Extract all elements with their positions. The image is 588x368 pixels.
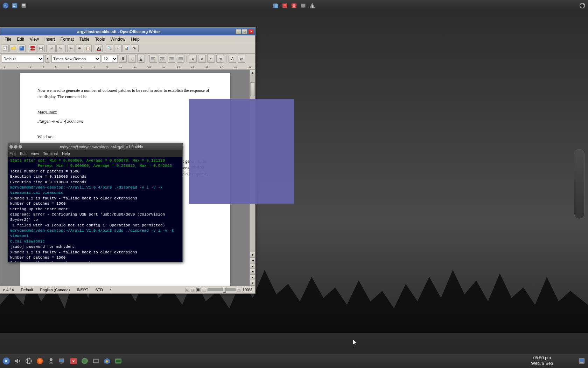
term-menu-file[interactable]: File — [9, 151, 16, 156]
copy-btn[interactable]: ⊕ — [76, 45, 83, 52]
terminal-maximize-btn[interactable] — [14, 145, 18, 149]
app-tray-8[interactable] — [113, 356, 123, 366]
maximize-button[interactable]: □ — [242, 29, 247, 34]
minimize-button[interactable]: _ — [236, 29, 241, 34]
kmenu-start-btn[interactable]: K — [1, 356, 11, 366]
close-button[interactable]: ✕ — [248, 29, 254, 34]
zoom-btn[interactable]: 🔍 — [106, 45, 113, 52]
underline-btn[interactable]: U — [137, 55, 145, 63]
align-right-btn[interactable] — [168, 55, 175, 63]
app-tray-3[interactable] — [57, 356, 67, 366]
tc-icon-4[interactable] — [299, 1, 307, 10]
top-taskbar-right — [578, 1, 587, 10]
view-print-btn[interactable]: ⬛ — [196, 288, 201, 292]
app-tray-5[interactable] — [80, 356, 90, 366]
page-info: e 4 / 4 — [3, 288, 14, 292]
scroll-up-btn[interactable]: ▲ — [250, 70, 255, 75]
term-menu-terminal[interactable]: Terminal — [43, 151, 58, 156]
undo-btn[interactable]: ↩ — [48, 45, 56, 52]
svg-text:PDF: PDF — [30, 47, 35, 50]
new-btn[interactable] — [1, 45, 9, 52]
terminal-titlebar[interactable]: mdryden@mdryden-desktop: ~/Argyll_V1.0.4… — [8, 143, 182, 150]
app-tray-7[interactable]: ✋ — [102, 356, 112, 366]
style-arrow[interactable]: ▼ — [45, 55, 50, 63]
menu-edit[interactable]: Edit — [14, 36, 27, 42]
scroll-page-up[interactable]: ◀ — [250, 258, 255, 263]
volume-icon[interactable] — [13, 356, 22, 366]
menu-format[interactable]: Format — [58, 36, 77, 42]
term-line-7: XRandR 1.2 is faulty - falling back to o… — [10, 196, 180, 201]
more-btn[interactable]: ≫ — [131, 45, 139, 52]
scrollbar-thumb[interactable] — [250, 82, 255, 96]
terminal-close-btn[interactable] — [19, 145, 22, 149]
zoom-thumb[interactable] — [223, 288, 226, 293]
app-tray-1[interactable] — [35, 356, 45, 366]
zoom-slider[interactable] — [208, 288, 236, 291]
style-select[interactable]: Default — [2, 55, 44, 63]
view-normal-btn[interactable]: □ — [185, 288, 189, 292]
paste-btn[interactable]: 📋 — [84, 45, 92, 52]
more-format-btn[interactable]: ≫ — [238, 55, 245, 63]
tc-icon-1[interactable] — [272, 1, 280, 10]
align-center-btn[interactable] — [159, 55, 166, 63]
star-btn[interactable]: ✦ — [114, 45, 122, 52]
scroll-nav-up[interactable]: ▲ — [250, 274, 255, 280]
zoom-out-btn[interactable]: - — [202, 288, 206, 292]
menu-file[interactable]: File — [2, 36, 14, 42]
indent-dec-btn[interactable]: ⇤ — [207, 55, 215, 63]
term-line-15: XRandR 1.2 is faulty - falling back to o… — [10, 250, 180, 255]
justify-btn[interactable] — [177, 55, 184, 63]
term-line-17: Setting up the instrument: name cal name — [10, 260, 180, 262]
svg-rect-55 — [61, 363, 62, 363]
menu-tools[interactable]: Tools — [92, 36, 108, 42]
systray-icon[interactable] — [577, 356, 587, 366]
num-list-btn[interactable]: ≡ — [189, 55, 197, 63]
app-icon-1[interactable] — [10, 1, 19, 10]
terminal-content[interactable]: Stats after opt: Min = 0.000000, Average… — [8, 157, 182, 262]
bullet-list-btn[interactable]: ≡ — [198, 55, 206, 63]
app-tray-2[interactable] — [46, 356, 56, 366]
tc-icon-5[interactable] — [308, 1, 316, 10]
menu-insert[interactable]: Insert — [42, 36, 58, 42]
scroll-nav-down[interactable]: ▼ — [250, 280, 255, 286]
tc-icon-3[interactable] — [290, 1, 298, 10]
bottom-taskbar: K — [0, 354, 588, 368]
oo-titlebar[interactable]: argyllinstructable.odt - OpenOffice.org … — [0, 28, 255, 35]
term-menu-edit[interactable]: Edit — [20, 151, 27, 156]
tc-icon-2[interactable] — [281, 1, 289, 10]
app-tray-6[interactable] — [91, 356, 101, 366]
zoom-in-btn[interactable]: + — [237, 288, 241, 292]
menu-window[interactable]: Window — [108, 36, 128, 42]
tr-icon[interactable] — [578, 1, 587, 10]
scroll-down-btn[interactable]: ▼ — [250, 252, 255, 258]
svg-rect-21 — [4, 48, 6, 48]
save-btn[interactable] — [18, 45, 26, 52]
redo-btn[interactable]: ↪ — [56, 45, 64, 52]
open-btn[interactable] — [9, 45, 17, 52]
menu-help[interactable]: Help — [128, 36, 142, 42]
indent-inc-btn[interactable]: ⇥ — [216, 55, 224, 63]
menu-view[interactable]: View — [27, 36, 42, 42]
kmenu-icon[interactable]: K — [1, 1, 10, 10]
chart-btn[interactable]: 📊 — [122, 45, 130, 52]
app-icon-2[interactable] — [20, 1, 28, 10]
network-icon[interactable] — [24, 356, 34, 366]
print-btn[interactable] — [37, 45, 45, 52]
terminal-minimize-btn[interactable] — [9, 145, 13, 149]
font-color-btn[interactable]: A — [229, 55, 236, 63]
pdf-btn[interactable]: PDF — [29, 45, 36, 52]
term-menu-help[interactable]: Help — [62, 151, 70, 156]
bold-btn[interactable]: B — [119, 55, 127, 63]
size-select[interactable]: 12 — [102, 55, 118, 63]
align-left-btn[interactable] — [149, 55, 157, 63]
italic-btn[interactable]: I — [128, 55, 136, 63]
app-tray-4[interactable]: ✕ — [69, 356, 78, 366]
scroll-dot[interactable]: ● — [250, 263, 255, 269]
menu-table[interactable]: Table — [77, 36, 92, 42]
spellcheck-btn[interactable]: ABC — [95, 45, 103, 52]
view-web-btn[interactable]: ⬚ — [191, 288, 195, 292]
term-menu-view[interactable]: View — [31, 151, 39, 156]
scroll-page-down[interactable]: ▶ — [250, 269, 255, 274]
font-select[interactable]: Times New Roman — [51, 55, 100, 63]
cut-btn[interactable]: ✂ — [67, 45, 75, 52]
